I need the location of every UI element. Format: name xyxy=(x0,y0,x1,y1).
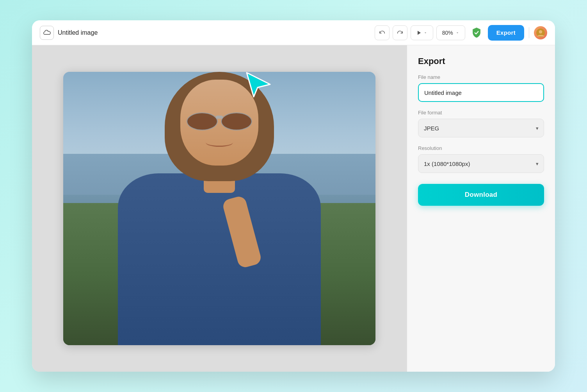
shield-icon xyxy=(470,26,483,39)
cloud-icon xyxy=(40,26,54,40)
play-button[interactable] xyxy=(411,25,433,40)
glass-right xyxy=(221,112,252,130)
toolbar-right: Export xyxy=(470,25,547,41)
file-format-select[interactable]: JPEG PNG SVG PDF xyxy=(418,119,544,137)
person-body xyxy=(110,87,329,345)
svg-marker-3 xyxy=(247,73,270,97)
document-title: Untitled image xyxy=(58,29,98,36)
resolution-wrap: 1x (1080*1080px) 2x (2160*2160px) 0.5x (… xyxy=(418,154,544,173)
smile xyxy=(206,138,233,147)
toolbar-center: 80% xyxy=(375,25,465,40)
redo-button[interactable] xyxy=(393,25,407,40)
file-format-wrap: JPEG PNG SVG PDF ▾ xyxy=(418,119,544,137)
resolution-select[interactable]: 1x (1080*1080px) 2x (2160*2160px) 0.5x (… xyxy=(418,154,544,173)
file-name-group: File name xyxy=(418,74,544,102)
zoom-control[interactable]: 80% xyxy=(436,25,465,40)
avatar[interactable] xyxy=(534,26,547,39)
undo-button[interactable] xyxy=(375,25,390,40)
canvas-area[interactable] xyxy=(32,45,407,372)
file-format-group: File format JPEG PNG SVG PDF ▾ xyxy=(418,110,544,137)
file-name-input[interactable] xyxy=(418,83,544,102)
glass-left xyxy=(187,112,218,130)
resolution-label: Resolution xyxy=(418,145,544,151)
resolution-group: Resolution 1x (1080*1080px) 2x (2160*216… xyxy=(418,145,544,173)
photo xyxy=(63,72,375,345)
jacket xyxy=(118,173,321,345)
image-frame xyxy=(63,72,375,345)
download-button[interactable]: Download xyxy=(418,184,544,206)
toolbar-left: Untitled image xyxy=(40,26,370,40)
export-panel: Export File name File format JPEG PNG SV… xyxy=(407,45,555,372)
main-area: Export File name File format JPEG PNG SV… xyxy=(32,45,555,372)
file-format-label: File format xyxy=(418,110,544,116)
export-button[interactable]: Export xyxy=(488,25,524,41)
cursor-indicator xyxy=(243,69,274,102)
file-name-label: File name xyxy=(418,74,544,80)
toolbar: Untitled image 80% xyxy=(32,20,555,45)
zoom-value: 80% xyxy=(442,30,453,36)
app-window: Untitled image 80% xyxy=(32,20,555,372)
svg-marker-0 xyxy=(418,30,421,35)
toolbar-divider xyxy=(529,27,529,38)
svg-point-2 xyxy=(539,30,543,34)
panel-title: Export xyxy=(418,56,544,66)
glasses-bridge xyxy=(216,116,223,119)
